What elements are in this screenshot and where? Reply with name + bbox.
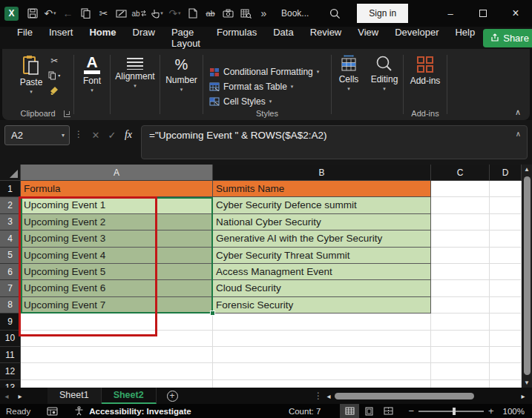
tab-formulas[interactable]: Formulas	[208, 23, 265, 53]
draw-edit-icon[interactable]	[113, 4, 130, 23]
tab-insert[interactable]: Insert	[41, 23, 82, 53]
cell-A5[interactable]: Upcoming Event 4	[21, 248, 213, 264]
redo-button[interactable]: ↷▾	[166, 4, 183, 23]
conditional-formatting-button[interactable]: Conditional Formatting▾	[209, 66, 319, 78]
row-header-7[interactable]: 7	[0, 280, 21, 296]
row-header-3[interactable]: 3	[0, 214, 21, 230]
tab-developer[interactable]: Developer	[387, 23, 447, 53]
cell-D2[interactable]	[490, 197, 522, 213]
row-header-5[interactable]: 5	[0, 248, 21, 264]
cell-B3[interactable]: National Cyber Security	[213, 214, 431, 230]
cell-D1[interactable]	[490, 181, 522, 197]
addins-button[interactable]: Add-ins	[406, 53, 445, 87]
new-document-icon[interactable]	[184, 4, 201, 23]
page-layout-view-icon[interactable]	[359, 404, 378, 418]
strikethrough-icon[interactable]: ab	[202, 4, 219, 23]
editing-button[interactable]: Editing▾	[367, 53, 403, 93]
tab-file[interactable]: File	[9, 23, 41, 53]
cell-C7[interactable]	[431, 280, 490, 296]
row-header-6[interactable]: 6	[0, 264, 21, 280]
undo-button[interactable]: ↶▾	[42, 4, 59, 23]
cancel-icon[interactable]: ✕	[88, 125, 104, 145]
copy-icon[interactable]	[77, 4, 94, 23]
alignment-button[interactable]: Alignment▾	[111, 53, 159, 90]
cell-D6[interactable]	[490, 264, 522, 280]
tab-home[interactable]: Home	[81, 23, 124, 53]
row-header-8[interactable]: 8	[0, 297, 21, 314]
cell-C1[interactable]	[431, 181, 490, 197]
cell-D13[interactable]	[490, 380, 522, 388]
macro-record-icon[interactable]	[47, 407, 58, 416]
column-header-C[interactable]: C	[431, 165, 490, 181]
cell-A3[interactable]: Upcoming Event 2	[21, 214, 213, 230]
cell-styles-button[interactable]: Cell Styles▾	[209, 96, 272, 107]
cell-A11[interactable]	[21, 347, 213, 363]
more-commands-icon[interactable]: »	[255, 4, 272, 23]
cell-D4[interactable]	[490, 230, 522, 247]
clipboard-dialog-launcher-icon[interactable]	[64, 110, 70, 117]
cell-B5[interactable]: Cyber Security Threat Summit	[213, 248, 431, 264]
insert-function-icon[interactable]: fx	[120, 125, 137, 145]
touch-mode-button[interactable]: ▾	[148, 4, 165, 23]
row-header-2[interactable]: 2	[0, 197, 21, 213]
accessibility-icon[interactable]	[74, 406, 84, 416]
cell-B1[interactable]: Summits Name	[213, 181, 431, 197]
cell-D3[interactable]	[490, 214, 522, 230]
cell-A2[interactable]: Upcoming Event 1	[21, 197, 213, 213]
cell-B9[interactable]	[213, 314, 431, 330]
name-box[interactable]: A2 ▾	[4, 125, 70, 145]
cell-D11[interactable]	[490, 347, 522, 363]
zoom-in-icon[interactable]: +	[488, 405, 494, 417]
enter-check-icon[interactable]: ✓	[104, 125, 120, 145]
row-header-1[interactable]: 1	[0, 181, 21, 197]
tab-data[interactable]: Data	[265, 23, 301, 53]
find-replace-icon[interactable]: ab	[131, 4, 148, 23]
cell-D10[interactable]	[490, 331, 522, 347]
cell-D9[interactable]	[490, 314, 522, 330]
cell-D12[interactable]	[490, 363, 522, 379]
format-painter-icon[interactable]	[48, 84, 60, 96]
copy-small-button[interactable]: ▾	[48, 70, 60, 81]
cells-button[interactable]: Cells▾	[335, 53, 364, 93]
close-button[interactable]: ×	[499, 0, 532, 27]
row-header-10[interactable]: 10	[0, 331, 21, 347]
cell-B13[interactable]	[213, 380, 431, 388]
table-lookup-icon[interactable]	[237, 4, 254, 23]
cell-C12[interactable]	[431, 363, 490, 379]
cell-D5[interactable]	[490, 248, 522, 264]
save-icon[interactable]	[24, 4, 41, 23]
share-button[interactable]: Share▾	[483, 29, 532, 47]
scroll-up-icon[interactable]: ▲	[522, 166, 532, 173]
hscroll-right-icon[interactable]: ▸	[514, 392, 532, 400]
vertical-scrollbar[interactable]: ▲ ▼	[522, 165, 532, 388]
cell-B11[interactable]	[213, 347, 431, 363]
cell-B7[interactable]: Cloud Security	[213, 280, 431, 296]
column-header-A[interactable]: A	[21, 165, 213, 181]
expand-formula-bar-icon[interactable]: ∧	[516, 130, 521, 138]
accessibility-status[interactable]: Accessibility: Investigate	[89, 407, 191, 416]
format-as-table-button[interactable]: Format as Table▾	[209, 81, 293, 93]
font-button[interactable]: A Font▾	[79, 53, 105, 95]
cut-icon[interactable]: ✂	[95, 4, 112, 23]
cell-B6[interactable]: Access Managment Event	[213, 264, 431, 280]
cell-C13[interactable]	[431, 380, 490, 388]
page-break-view-icon[interactable]	[378, 404, 398, 418]
horizontal-scroll-thumb[interactable]	[335, 393, 474, 399]
search-icon[interactable]	[329, 8, 341, 19]
zoom-slider[interactable]	[418, 411, 484, 412]
cell-B2[interactable]: Cyber Security Defence summit	[213, 197, 431, 213]
cell-A1[interactable]: Formula	[21, 181, 213, 197]
cell-B4[interactable]: Generative AI with the Cyber Security	[213, 230, 431, 247]
horizontal-scrollbar[interactable]	[335, 392, 514, 400]
zoom-out-icon[interactable]: −	[408, 405, 414, 417]
paste-button[interactable]: Paste▾	[16, 53, 47, 96]
row-header-9[interactable]: 9	[0, 314, 21, 330]
cell-A12[interactable]	[21, 363, 213, 379]
cell-A7[interactable]: Upcoming Event 6	[21, 280, 213, 296]
vertical-scroll-thumb[interactable]	[524, 176, 531, 375]
formula-input[interactable]: ="Upcoming Event " & ROWS($A$2:A2) ∧	[141, 125, 528, 159]
cut-small-icon[interactable]: ✂	[48, 55, 60, 66]
cell-A13[interactable]	[21, 380, 213, 388]
new-sheet-icon[interactable]: +	[167, 391, 178, 402]
count-status[interactable]: Count: 7	[289, 407, 321, 416]
